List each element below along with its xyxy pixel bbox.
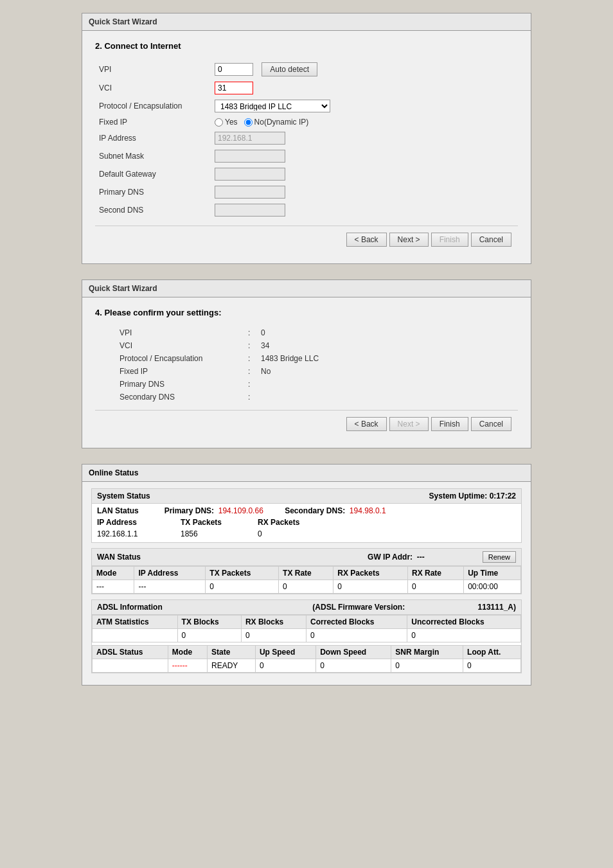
confirm-protocol-colon: : — [243, 352, 256, 365]
wan-col-rx-rate: RX Rate — [408, 567, 464, 580]
wan-uptime-val: 00:00:00 — [464, 580, 521, 594]
adsl-firmware-value: 113111_A) — [478, 603, 516, 612]
subnet-mask-input[interactable] — [215, 150, 285, 163]
protocol-row: Protocol / Encapsulation 1483 Bridged IP… — [95, 97, 518, 115]
confirm-vpi-row: VPI : 0 — [114, 326, 324, 339]
wan-table-header: Mode IP Address TX Packets TX Rate RX Pa… — [93, 567, 521, 580]
panel-quick-start-wizard-2: Quick Start Wizard 4. Please confirm you… — [82, 279, 531, 448]
wan-col-ip: IP Address — [134, 567, 206, 580]
adsl-mode-col: Mode — [168, 646, 207, 659]
confirm-primary-dns-label: Primary DNS — [114, 378, 243, 391]
panel2-section-heading: 4. Please confirm your settings: — [95, 308, 518, 317]
wan-status-label: WAN Status — [97, 553, 141, 562]
fixed-ip-yes-text: Yes — [225, 118, 238, 127]
panel1-finish-button[interactable]: Finish — [431, 233, 468, 247]
ip-address-input[interactable] — [215, 132, 285, 145]
confirm-primary-dns-colon: : — [243, 378, 256, 391]
confirm-vci-value: 34 — [256, 339, 324, 352]
adsl-firmware-label: (ADSL Firmware Version: — [312, 603, 405, 612]
tx-packets-label: TX Packets — [181, 518, 232, 527]
panel1-button-row: < Back Next > Finish Cancel — [95, 226, 518, 253]
confirm-secondary-dns-colon: : — [243, 391, 256, 403]
ip-address-value: 192.168.1.1 — [97, 529, 155, 538]
atm-tx-blocks-val: 0 — [177, 629, 241, 642]
primary-dns-input[interactable] — [215, 186, 285, 199]
default-gateway-label: Default Gateway — [95, 165, 211, 183]
wan-rx-rate-val: 0 — [408, 580, 464, 594]
atm-corrected-label: Corrected Blocks — [306, 616, 407, 629]
tx-packets-value: 1856 — [181, 529, 232, 538]
adsl-snr-val: 0 — [391, 659, 463, 673]
confirm-vci-label: VCI — [114, 339, 243, 352]
vpi-field: Auto detect — [211, 60, 518, 79]
system-uptime-label: System Uptime: — [429, 492, 488, 500]
adsl-status-body: ------ READY 0 0 0 0 — [93, 659, 521, 673]
vci-label: VCI — [95, 79, 211, 97]
adsl-up-speed-col: Up Speed — [255, 646, 315, 659]
panel2-next-button[interactable]: Next > — [389, 417, 429, 431]
panel1-section-heading: 2. Connect to Internet — [95, 41, 518, 51]
panel1-form: VPI Auto detect VCI Protocol / Encapsula… — [95, 60, 518, 219]
atm-body: 0 0 0 0 — [93, 629, 521, 642]
atm-uncorrected-label: Uncorrected Blocks — [407, 616, 521, 629]
primary-dns-field — [211, 183, 518, 201]
confirm-secondary-dns-row: Secondary DNS : — [114, 391, 324, 403]
atm-header: ATM Statistics TX Blocks RX Blocks Corre… — [93, 616, 521, 629]
protocol-field: 1483 Bridged IP LLC PPPoE PPPoA 1483 Rou… — [211, 97, 518, 115]
confirm-fixed-ip-row: Fixed IP : No — [114, 365, 324, 378]
confirm-protocol-label: Protocol / Encapsulation — [114, 352, 243, 365]
wan-col-uptime: Up Time — [464, 567, 521, 580]
default-gateway-input[interactable] — [215, 168, 285, 181]
panel2-finish-button[interactable]: Finish — [431, 417, 468, 431]
second-dns-input[interactable] — [215, 204, 285, 217]
auto-detect-button[interactable]: Auto detect — [262, 62, 317, 76]
vpi-input[interactable] — [215, 63, 253, 76]
panel1-cancel-button[interactable]: Cancel — [471, 233, 511, 247]
adsl-status-header-row: ADSL Status Mode State Up Speed Down Spe… — [93, 646, 521, 659]
panel2-cancel-button[interactable]: Cancel — [471, 417, 511, 431]
confirm-protocol-row: Protocol / Encapsulation : 1483 Bridge L… — [114, 352, 324, 365]
primary-dns-row: Primary DNS — [95, 183, 518, 201]
panel2-button-row: < Back Next > Finish Cancel — [95, 410, 518, 438]
renew-button[interactable]: Renew — [483, 551, 516, 563]
ip-address-label: IP Address — [97, 518, 155, 527]
adsl-status-empty — [93, 659, 168, 673]
adsl-snr-col: SNR Margin — [391, 646, 463, 659]
fixed-ip-row: Fixed IP Yes No(Dynamic IP) — [95, 115, 518, 129]
rx-packets-value: 0 — [258, 529, 262, 538]
lan-status-row: LAN Status Primary DNS: 194.109.0.66 Sec… — [92, 504, 521, 517]
system-status-header: System Status System Uptime: 0:17:22 — [92, 489, 521, 504]
panel2-back-button[interactable]: < Back — [346, 417, 387, 431]
lan-details-row: IP Address TX Packets RX Packets — [92, 517, 521, 529]
panel1-next-button[interactable]: Next > — [389, 233, 429, 247]
fixed-ip-field: Yes No(Dynamic IP) — [211, 115, 518, 129]
fixed-ip-no-label[interactable]: No(Dynamic IP) — [244, 118, 309, 127]
primary-dns-label: Primary DNS — [95, 183, 211, 201]
second-dns-row: Second DNS — [95, 201, 518, 219]
fixed-ip-yes-radio[interactable] — [215, 118, 223, 127]
fixed-ip-yes-label[interactable]: Yes — [215, 118, 238, 127]
wan-tx-packets-val: 0 — [206, 580, 279, 594]
adsl-loop-att-col: Loop Att. — [463, 646, 521, 659]
rx-packets-label: RX Packets — [258, 518, 299, 527]
confirm-primary-dns-value — [256, 378, 324, 391]
subnet-mask-field — [211, 147, 518, 165]
panel1-back-button[interactable]: < Back — [346, 233, 387, 247]
adsl-loop-att-val: 0 — [463, 659, 521, 673]
second-dns-field — [211, 201, 518, 219]
vci-row: VCI — [95, 79, 518, 97]
confirm-vpi-colon: : — [243, 326, 256, 339]
fixed-ip-no-radio[interactable] — [244, 118, 253, 127]
adsl-status-header: ADSL Status Mode State Up Speed Down Spe… — [93, 646, 521, 659]
protocol-select[interactable]: 1483 Bridged IP LLC PPPoE PPPoA 1483 Rou… — [215, 100, 330, 112]
vci-input[interactable] — [215, 82, 253, 94]
default-gateway-row: Default Gateway — [95, 165, 518, 183]
vpi-label: VPI — [95, 60, 211, 79]
confirm-secondary-dns-label: Secondary DNS — [114, 391, 243, 403]
panel-quick-start-wizard-1: Quick Start Wizard 2. Connect to Interne… — [82, 13, 531, 264]
primary-dns-value: 194.109.0.66 — [218, 506, 263, 515]
gw-ip-value: --- — [417, 553, 425, 562]
wan-tx-rate-val: 0 — [279, 580, 333, 594]
wan-col-tx-rate: TX Rate — [279, 567, 333, 580]
wan-data-row: --- --- 0 0 0 0 00:00:00 — [93, 580, 521, 594]
